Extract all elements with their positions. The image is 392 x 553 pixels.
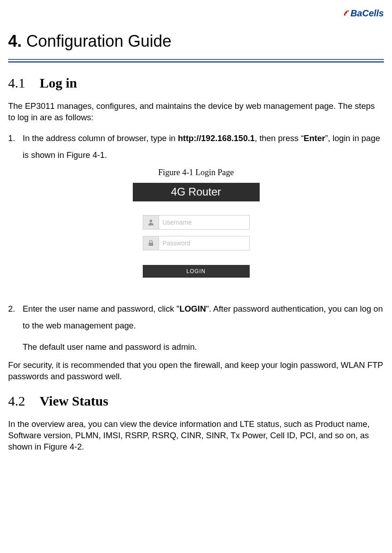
section-number: 4.1 bbox=[8, 75, 36, 91]
section-heading-4-1: 4.1 Log in bbox=[8, 75, 384, 91]
user-icon bbox=[143, 215, 159, 230]
page-title: 4. Configuration Guide bbox=[8, 32, 384, 51]
login-panel-title: 4G Router bbox=[133, 183, 260, 201]
step-2-default-creds: The default user name and password is ad… bbox=[8, 338, 384, 355]
login-url: http://192.168.150.1 bbox=[178, 133, 255, 143]
password-input[interactable] bbox=[159, 236, 250, 250]
login-button[interactable]: LOGIN bbox=[143, 265, 250, 278]
intro-paragraph: The EP3011 manages, configures, and main… bbox=[8, 101, 384, 123]
section-heading-4-2: 4.2 View Status bbox=[8, 393, 384, 409]
chapter-title: Configuration Guide bbox=[26, 32, 171, 50]
step-1-text-b: , then press “ bbox=[255, 133, 304, 143]
figure-caption: Figure 4-1 Login Page bbox=[8, 168, 384, 177]
section-title: Log in bbox=[40, 75, 77, 90]
title-underline bbox=[8, 59, 384, 63]
step-1-text-a: In the address column of browser, type i… bbox=[23, 133, 178, 143]
login-page-figure: 4G Router LOGIN bbox=[8, 183, 384, 282]
section-title: View Status bbox=[40, 393, 108, 408]
section-number: 4.2 bbox=[8, 393, 36, 409]
login-label-bold: LOGIN bbox=[179, 304, 206, 313]
step-number: 2. bbox=[8, 300, 23, 317]
view-status-body: In the overview area, you can view the d… bbox=[8, 419, 384, 453]
username-input[interactable] bbox=[159, 215, 250, 230]
wifi-icon bbox=[343, 8, 350, 19]
svg-point-0 bbox=[344, 15, 345, 16]
step-number: 1. bbox=[8, 130, 23, 147]
step-1: 1.In the address column of browser, type… bbox=[8, 130, 384, 163]
svg-rect-2 bbox=[149, 243, 153, 246]
password-row bbox=[143, 236, 250, 250]
chapter-number: 4. bbox=[8, 32, 22, 50]
svg-point-1 bbox=[150, 220, 152, 222]
logo-text-ba: Ba bbox=[351, 8, 363, 18]
username-row bbox=[143, 215, 250, 230]
brand-logo: BaCells bbox=[343, 8, 384, 19]
step-2-text-a: Enter the user name and password, click … bbox=[23, 304, 179, 313]
security-note: For security, it is recommended that you… bbox=[8, 360, 384, 382]
enter-key: Enter bbox=[304, 133, 325, 143]
logo-text-cells: Cells bbox=[362, 8, 384, 18]
login-panel: 4G Router LOGIN bbox=[133, 183, 260, 282]
step-2: 2.Enter the user name and password, clic… bbox=[8, 300, 384, 334]
lock-icon bbox=[143, 236, 159, 250]
